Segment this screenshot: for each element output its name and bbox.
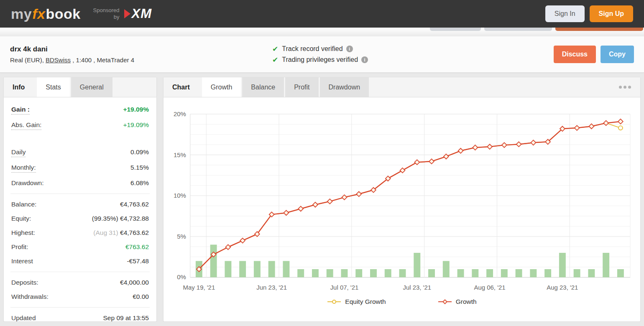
svg-text:10%: 10% bbox=[174, 192, 186, 199]
stat-value: (Aug 31) €4,763.62 bbox=[93, 229, 149, 237]
account-actions: Discuss Copy bbox=[554, 46, 634, 63]
xm-arrow-icon bbox=[124, 9, 130, 18]
xm-logo[interactable]: XM bbox=[124, 6, 152, 21]
stats-tab-info[interactable]: Info bbox=[4, 77, 33, 97]
stat-value: €763.62 bbox=[125, 243, 149, 251]
stats-body: Gain :+19.09%Abs. Gain:+19.09%Daily0.09%… bbox=[4, 97, 156, 322]
cutoff-button-edge-1 bbox=[430, 27, 481, 31]
stat-group: Balance:€4,763.62Equity:(99.35%) €4,732.… bbox=[10, 194, 150, 272]
site-header: myfxbook Sponsored by XM Sign In Sign Up bbox=[0, 0, 644, 28]
svg-text:Aug 06, '21: Aug 06, '21 bbox=[474, 284, 505, 291]
stat-value: €0.00 bbox=[133, 293, 149, 301]
stat-value: +19.09% bbox=[123, 106, 149, 113]
sponsored-line2: by bbox=[93, 14, 120, 20]
sign-in-button[interactable]: Sign In bbox=[545, 5, 585, 22]
track-record-badge: ✔ Track record verified bbox=[272, 45, 368, 53]
stat-group: Gain :+19.09%Abs. Gain:+19.09% bbox=[10, 99, 150, 137]
stat-row-monthly: Monthly:5.15% bbox=[10, 160, 150, 176]
stat-row-daily: Daily0.09% bbox=[10, 145, 150, 160]
stat-row-interest: Interest-€57.48 bbox=[10, 254, 150, 268]
chart-tab-chart[interactable]: Chart bbox=[164, 77, 199, 97]
stat-label: Interest bbox=[11, 257, 33, 265]
stats-tab-stats[interactable]: Stats bbox=[37, 77, 69, 97]
badge-label: Track record verified bbox=[282, 45, 342, 53]
stat-row-drawdown: Drawdown:6.08% bbox=[10, 176, 150, 190]
chart-tab-profit[interactable]: Profit bbox=[285, 77, 318, 97]
stat-label: Abs. Gain: bbox=[11, 121, 41, 130]
stat-value: -€57.48 bbox=[127, 257, 149, 265]
stat-value: (99.35%) €4,732.88 bbox=[92, 215, 149, 222]
growth-chart-area: 0%5%10%15%20%May 19, '21Jun 23, '21Jul 0… bbox=[164, 97, 640, 293]
legend-label: Growth bbox=[456, 298, 477, 306]
svg-text:20%: 20% bbox=[174, 110, 186, 117]
cutoff-button-edge-3 bbox=[555, 27, 643, 31]
stat-label: Drawdown: bbox=[11, 179, 44, 187]
logo-text-book: book bbox=[46, 6, 80, 22]
logo-text-my: my bbox=[11, 6, 32, 22]
svg-text:Jun 23, '21: Jun 23, '21 bbox=[256, 284, 287, 291]
stat-label: Deposits: bbox=[11, 279, 38, 286]
trading-privileges-badge: ✔ Trading privileges verified bbox=[272, 56, 368, 64]
stat-label: Updated bbox=[11, 314, 36, 322]
stats-panel: InfoStatsGeneral Gain :+19.09%Abs. Gain:… bbox=[3, 77, 157, 322]
stat-row-profit: Profit:€763.62 bbox=[10, 240, 150, 254]
stat-row-highest: Highest:(Aug 31) €4,763.62 bbox=[10, 226, 150, 240]
header-substrip bbox=[0, 28, 644, 36]
info-icon[interactable] bbox=[361, 56, 368, 63]
stat-group: Daily0.09%Monthly:5.15%Drawdown:6.08% bbox=[10, 142, 150, 194]
verification-badges: ✔ Track record verified ✔ Trading privil… bbox=[272, 45, 368, 64]
stat-label: Daily bbox=[11, 148, 26, 157]
chart-tab-balance[interactable]: Balance bbox=[242, 77, 284, 97]
svg-text:15%: 15% bbox=[174, 151, 186, 158]
account-subtitle: Real (EUR), BDSwiss , 1:400 , MetaTrader… bbox=[10, 56, 134, 64]
chart-panel: ChartGrowthBalanceProfitDrawdown 0%5%10%… bbox=[163, 77, 641, 322]
broker-link[interactable]: BDSwiss bbox=[46, 56, 71, 64]
stat-row-gain: Gain :+19.09% bbox=[10, 102, 150, 118]
account-title: drx 4k dani bbox=[10, 45, 134, 53]
stat-group: UpdatedSep 09 at 13:55Tracking0 bbox=[10, 307, 150, 322]
check-icon: ✔ bbox=[272, 45, 278, 53]
stat-label: Gain : bbox=[11, 106, 30, 115]
copy-button[interactable]: Copy bbox=[601, 46, 634, 63]
stat-value: 5.15% bbox=[130, 164, 149, 171]
stat-value: €4,000.00 bbox=[120, 279, 149, 286]
growth-marker-icon bbox=[438, 299, 452, 305]
svg-text:0%: 0% bbox=[177, 273, 186, 280]
stat-row-withdrawals: Withdrawals:€0.00 bbox=[10, 290, 150, 304]
chart-options-menu-icon[interactable] bbox=[610, 77, 640, 97]
stats-tab-general[interactable]: General bbox=[71, 77, 112, 97]
stat-label: Withdrawals: bbox=[11, 293, 49, 301]
svg-text:5%: 5% bbox=[177, 233, 186, 240]
stat-label: Monthly: bbox=[11, 164, 36, 173]
check-icon: ✔ bbox=[272, 56, 278, 64]
account-info: drx 4k dani Real (EUR), BDSwiss , 1:400 … bbox=[10, 45, 134, 64]
stat-group: Deposits:€4,000.00Withdrawals:€0.00 bbox=[10, 272, 150, 307]
stat-label: Highest: bbox=[11, 229, 35, 237]
stat-row-balance: Balance:€4,763.62 bbox=[10, 197, 150, 211]
chart-tab-strip: ChartGrowthBalanceProfitDrawdown bbox=[164, 77, 640, 97]
info-icon[interactable] bbox=[346, 46, 353, 52]
legend-item-equity-growth[interactable]: Equity Growth bbox=[327, 298, 386, 306]
account-details: , 1:400 , MetaTrader 4 bbox=[71, 56, 134, 64]
svg-text:Aug 23, '21: Aug 23, '21 bbox=[547, 284, 578, 291]
stat-value: +19.09% bbox=[123, 121, 149, 129]
sponsored-line1: Sponsored bbox=[93, 7, 120, 14]
stat-label: Balance: bbox=[11, 201, 36, 208]
legend-item-growth[interactable]: Growth bbox=[438, 298, 477, 306]
myfxbook-logo[interactable]: myfxbook bbox=[11, 6, 81, 22]
logo-text-fx: fx bbox=[32, 6, 46, 22]
main-content: InfoStatsGeneral Gain :+19.09%Abs. Gain:… bbox=[0, 73, 644, 322]
xm-logo-text: XM bbox=[131, 6, 152, 21]
stat-value: 6.08% bbox=[130, 179, 149, 187]
stat-row-deposits: Deposits:€4,000.00 bbox=[10, 275, 150, 290]
svg-text:Jul 23, '21: Jul 23, '21 bbox=[403, 284, 431, 291]
discuss-button[interactable]: Discuss bbox=[554, 46, 596, 63]
chart-tab-growth[interactable]: Growth bbox=[202, 77, 241, 97]
sign-up-button[interactable]: Sign Up bbox=[590, 5, 633, 22]
stat-row-abs-gain: Abs. Gain:+19.09% bbox=[10, 118, 150, 133]
equity-growth-marker-icon bbox=[327, 299, 341, 305]
chart-tab-drawdown[interactable]: Drawdown bbox=[320, 77, 369, 97]
cutoff-button-edge-2 bbox=[484, 27, 552, 31]
stat-value: 0.09% bbox=[130, 148, 149, 156]
account-title-bar: drx 4k dani Real (EUR), BDSwiss , 1:400 … bbox=[0, 36, 644, 73]
